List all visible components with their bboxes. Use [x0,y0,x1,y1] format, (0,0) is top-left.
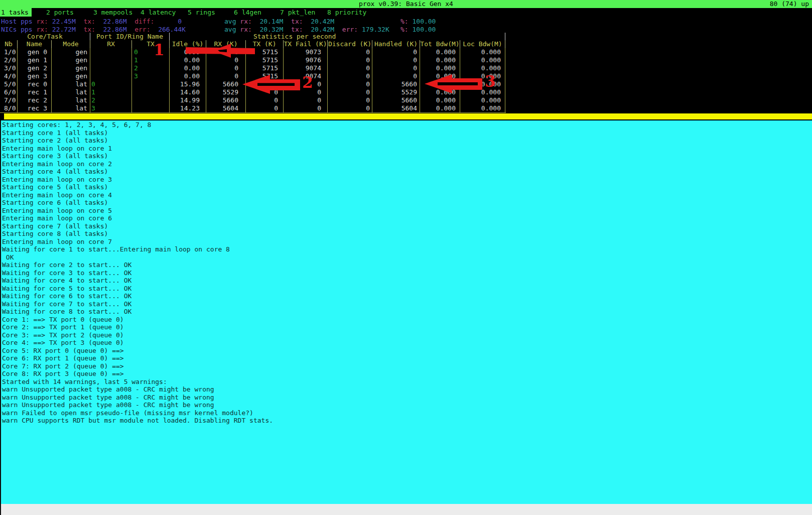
log-line: Waiting for core 4 to start... OK [1,277,812,285]
cell-tx-port: 1 [132,56,170,64]
group-header-statistics: Statistics per second [170,33,505,40]
cell-loc-bdw: 0.000 [460,80,505,88]
log-line: Starting core 3 (all tasks) [1,152,812,160]
column-header-tx: TX [132,40,170,48]
log-line: Core 1: ==> TX port 0 (queue 0) [1,316,812,324]
cell-rx-k: 0 [206,64,246,72]
command-status-bar[interactable]: Enter 'help' or command, <ESC> or 'quit'… [0,504,812,515]
cell-handled: 5660 [372,80,420,88]
cell-handled: 0 [372,56,420,64]
cell-discard: 0 [328,72,372,80]
table-row: 5/0 rec 0 lat 0 15.96 5660 0 0 0 5660 0.… [0,80,506,88]
cell-name: rec 3 [18,104,52,112]
cell-mode: lat [52,88,90,96]
cell-rx-k: 5604 [206,104,246,112]
log-line: Core 5: RX port 0 (queue 0) ==> [1,347,812,355]
log-line: Starting core 5 (all tasks) [1,183,812,191]
cell-rx-k: 5660 [206,96,246,104]
cell-tx-k: 5715 [246,64,284,72]
column-header-mode: Mode [52,40,90,48]
cell-tx-port [132,80,170,88]
log-line: warn Unsupported packet type a008 - CRC … [1,401,812,409]
log-line: Starting core 2 (all tasks) [1,137,812,145]
table-column-header-row: Nb Name Mode RX TX Idle (%) RX (K) TX (K… [0,40,506,48]
cell-rx-k: 0 [206,48,246,56]
tab-rings[interactable]: 5 rings [187,8,218,17]
cell-mode: lat [52,96,90,104]
cell-idle: 14.99 [170,96,206,104]
cell-tx-port: 3 [132,72,170,80]
cell-loc-bdw: 0.000 [460,48,505,56]
cell-rx-port: 1 [90,88,132,96]
cell-mode: gen [52,48,90,56]
log-line: warn Unsupported packet type a008 - CRC … [1,394,812,402]
cell-tx-k: 5715 [246,48,284,56]
log-line: Waiting for core 8 to start... OK [1,308,812,316]
log-line: Core 7: RX port 2 (queue 0) ==> [1,362,812,370]
cell-tx-fail: 9073 [284,48,328,56]
cell-discard: 0 [328,80,372,88]
log-line: Starting core 4 (all tasks) [1,168,812,176]
cell-loc-bdw: 0.000 [460,96,505,104]
cell-tot-bdw: 0.000 [420,96,460,104]
cell-discard: 0 [328,88,372,96]
cell-handled: 0 [372,72,420,80]
cell-idle: 14.23 [170,104,206,112]
cell-name: rec 2 [18,96,52,104]
cell-handled: 0 [372,64,420,72]
cell-nb: 2/0 [0,56,18,64]
cell-nb: 8/0 [0,104,18,112]
log-line: Entering main loop on core 6 [1,214,812,222]
cell-tot-bdw: 0.000 [420,56,460,64]
cell-tx-port [132,96,170,104]
cell-name: rec 0 [18,80,52,88]
table-row: 3/0 gen 2 gen 2 0.00 0 5715 9074 0 0 0.0… [0,64,506,72]
log-line: Starting core 7 (all tasks) [1,222,812,230]
tab-ports[interactable]: 2 ports [45,8,77,17]
cell-mode: gen [52,56,90,64]
cell-idle: 0.00 [170,48,206,56]
cell-discard: 0 [328,64,372,72]
log-line: Entering main loop on core 4 [1,191,812,199]
table-row: 8/0 rec 3 lat 3 14.23 5604 0 0 0 5604 0.… [0,104,506,112]
cell-tx-port: 0 [132,48,170,56]
cell-nb: 3/0 [0,64,18,72]
column-header-idle: Idle (%) [170,40,206,48]
cell-mode: lat [52,80,90,88]
cell-tx-fail: 0 [284,88,328,96]
table-row: 1/0 gen 0 gen 0 0.00 0 5715 9073 0 0 0.0… [0,48,506,56]
column-header-handled: Handled (K) [372,40,420,48]
tab-priority[interactable]: 8 priority [326,8,369,17]
tab-pkt-len[interactable]: 7 pkt_len [279,8,318,17]
table-row: 4/0 gen 3 gen 3 0.00 0 5715 9074 0 0 0.0… [0,72,506,80]
log-line: Waiting for core 2 to start... OK [1,261,812,269]
tab-l4gen[interactable]: 6 l4gen [233,8,264,17]
log-line: Core 3: ==> TX port 2 (queue 0) [1,331,812,339]
column-header-txk: TX (K) [246,40,284,48]
group-header-port-ring: Port ID/Ring Name [90,33,170,40]
log-line: OK [1,253,812,262]
log-line: Waiting for core 6 to start... OK [1,292,812,300]
cell-tot-bdw: 0.000 [420,48,460,56]
tab-tasks[interactable]: 1 tasks [0,8,32,17]
tab-latency[interactable]: 4 latency [140,8,179,17]
column-header-txfail: TX Fail (K) [284,40,328,48]
log-line: Entering main loop on core 3 [1,176,812,184]
cell-tot-bdw: 0.000 [420,64,460,72]
log-line: Starting core 8 (all tasks) [1,230,812,238]
cell-tx-k: 0 [246,80,284,88]
column-header-discard: Discard (K) [328,40,372,48]
log-line: Starting core 6 (all tasks) [1,199,812,207]
log-line: Entering main loop on core 2 [1,160,812,168]
cell-tx-k: 0 [246,96,284,104]
cell-name: rec 1 [18,88,52,96]
cell-tx-port: 2 [132,64,170,72]
tab-mempools[interactable]: 3 mempools [92,8,136,17]
cell-tx-fail: 0 [284,80,328,88]
cell-tx-fail: 9074 [284,64,328,72]
title-bar: prox v0.39: Basic Gen x4 80 (74) up [0,0,812,8]
cell-name: gen 0 [18,48,52,56]
cell-discard: 0 [328,56,372,64]
log-line: Entering main loop on core 1 [1,145,812,153]
cell-tx-k: 5715 [246,72,284,80]
